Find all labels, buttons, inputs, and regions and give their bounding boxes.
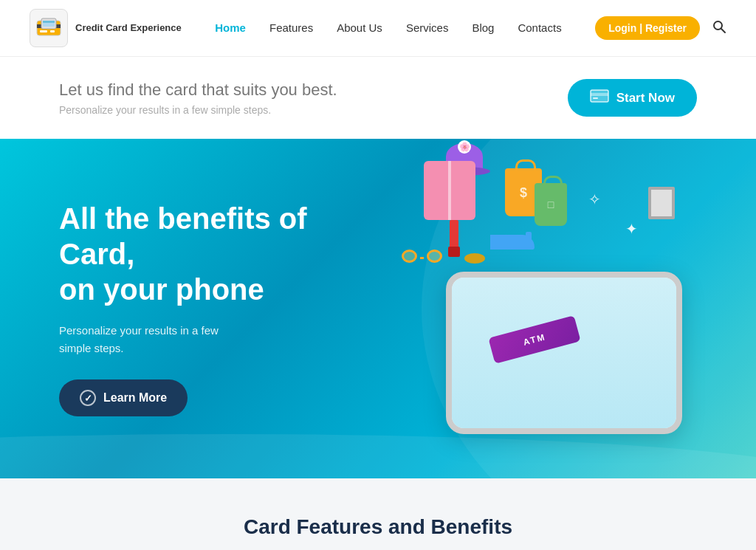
banner-headline: All the benefits of Card, on your phone [59, 201, 357, 307]
svg-rect-2 [40, 30, 47, 32]
learn-more-label: Learn More [103, 391, 167, 405]
nav-item-about[interactable]: About Us [337, 21, 382, 35]
hero-headline: Let us find the card that suits you best… [59, 80, 337, 100]
glass-lens-right [427, 250, 442, 263]
search-icon[interactable] [712, 19, 726, 38]
box-item [424, 161, 475, 220]
svg-line-8 [721, 29, 725, 32]
svg-rect-10 [591, 93, 608, 96]
banner-body: Personalize your results in a fewsimple … [59, 322, 357, 357]
hat-flower: 🌸 [458, 140, 471, 154]
glass-lens-left [402, 250, 417, 263]
hero-strip-text: Let us find the card that suits you best… [59, 80, 337, 116]
nav-right: Login | Register [595, 16, 726, 40]
phone-items: 🌸 ATM [387, 139, 564, 346]
nav-item-blog[interactable]: Blog [472, 21, 494, 35]
bottom-section: Card Features and Benefits [0, 478, 756, 550]
features-heading: Card Features and Benefits [59, 515, 697, 539]
start-now-button[interactable]: Start Now [568, 79, 697, 117]
nav-item-home[interactable]: Home [215, 21, 246, 35]
lipstick-item [450, 220, 458, 250]
shoe-1 [490, 235, 535, 250]
navbar: Credit Card Experience Home Features Abo… [0, 0, 756, 57]
logo-area[interactable]: Credit Card Experience [30, 9, 182, 47]
hero-strip: Let us find the card that suits you best… [0, 57, 756, 139]
check-circle-icon: ✓ [80, 390, 96, 406]
svg-rect-11 [593, 97, 598, 99]
nav-item-contacts[interactable]: Contacts [518, 21, 561, 35]
nav-links: Home Features About Us Services Blog Con… [215, 21, 561, 35]
glass-bridge [420, 257, 424, 259]
banner-left: All the benefits of Card, on your phone … [59, 201, 357, 416]
hero-subtext: Personalize your results in a few simple… [59, 104, 337, 116]
main-banner: All the benefits of Card, on your phone … [0, 139, 756, 478]
phone-home-button [551, 430, 577, 434]
nav-item-services[interactable]: Services [406, 21, 449, 35]
logo-icon [30, 9, 68, 47]
brand-name: Credit Card Experience [75, 22, 182, 35]
glasses-item [402, 250, 442, 266]
shoes-item [490, 235, 542, 268]
svg-rect-3 [50, 30, 55, 32]
shopping-bag-green [535, 183, 567, 226]
phone-illustration: ✦ ✧ ✦ 🌸 [357, 183, 697, 434]
learn-more-button[interactable]: ✓ Learn More [59, 379, 188, 416]
card-icon [590, 89, 609, 106]
svg-rect-6 [43, 21, 55, 23]
compact-item [464, 253, 485, 264]
sparkle-icon-2: ✧ [588, 190, 601, 208]
login-register-button[interactable]: Login | Register [595, 16, 700, 40]
start-now-label: Start Now [616, 91, 675, 106]
nav-item-features[interactable]: Features [269, 21, 313, 35]
frame-decoration [648, 187, 675, 219]
sparkle-icon-3: ✦ [625, 220, 638, 238]
